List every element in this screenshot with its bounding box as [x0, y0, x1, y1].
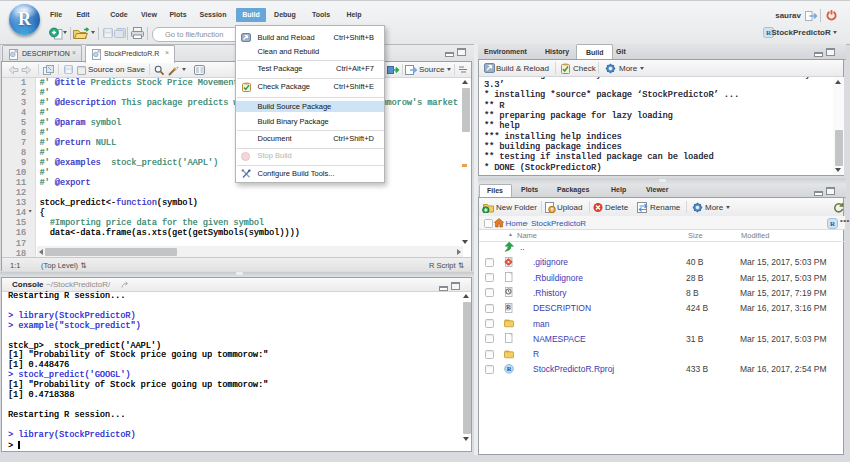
svg-text:R: R [507, 365, 512, 372]
